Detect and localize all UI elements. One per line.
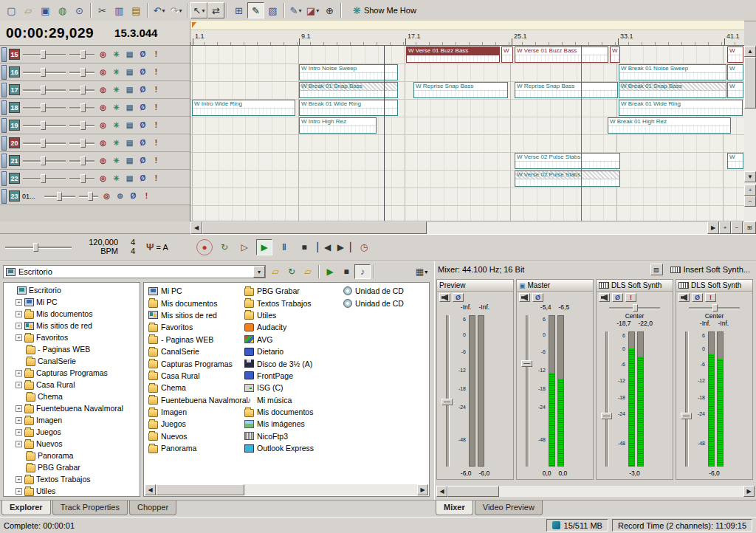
- tree-expander-icon[interactable]: +: [16, 405, 22, 412]
- file-item[interactable]: PBG Grabar: [244, 285, 314, 297]
- tree-item[interactable]: +Textos Trabajos: [5, 473, 138, 485]
- tree-expander-icon[interactable]: +: [16, 429, 22, 436]
- track-number-badge[interactable]: 18: [9, 102, 20, 113]
- go-to-start-button[interactable]: ▏◀: [316, 239, 332, 255]
- tree-item[interactable]: +Fuentebuena Navalmoral: [5, 402, 138, 414]
- track-fx-button[interactable]: ✳: [111, 50, 122, 58]
- strip-speaker-button[interactable]: [519, 293, 530, 302]
- tree-item[interactable]: +Nuevos: [5, 438, 138, 450]
- track-minimize-button[interactable]: [1, 47, 7, 62]
- tree-expander-icon[interactable]: +: [16, 323, 22, 329]
- strip-mute-button[interactable]: Ø: [453, 293, 464, 302]
- time-display[interactable]: 00:00:29,029: [6, 25, 94, 41]
- track-number-badge[interactable]: 22: [9, 173, 20, 184]
- fader-thumb[interactable]: [441, 399, 453, 405]
- file-item[interactable]: NicoFtp3: [244, 430, 314, 442]
- tree-item[interactable]: +Imagen: [5, 414, 138, 426]
- file-item[interactable]: Capturas Programas: [148, 357, 248, 369]
- horizontal-scroll-track[interactable]: [447, 486, 743, 497]
- track-solo-button[interactable]: !: [141, 192, 152, 200]
- file-item[interactable]: Mi PC: [148, 285, 248, 297]
- file-item[interactable]: CanalSerie: [148, 345, 248, 357]
- strip-speaker-button[interactable]: [439, 293, 450, 302]
- auto-preview-button[interactable]: ♪: [354, 264, 371, 279]
- clip-event[interactable]: W Verse 01 Buzz Bass: [515, 47, 608, 63]
- time-signature-top[interactable]: 4: [128, 238, 137, 247]
- clip-event[interactable]: W Reprise Snap Bass: [413, 82, 508, 98]
- slider-thumb[interactable]: [633, 304, 638, 312]
- fader-thumb[interactable]: [521, 360, 532, 367]
- track-pan-slider[interactable]: [69, 66, 95, 78]
- project-key[interactable]: Ψ = A: [146, 241, 168, 252]
- track-solo-button[interactable]: !: [151, 157, 162, 165]
- track-bus-button[interactable]: ▤: [124, 174, 135, 182]
- track-bus-button[interactable]: ▤: [124, 139, 135, 147]
- scroll-right-button[interactable]: ▶: [417, 484, 428, 495]
- tree-item[interactable]: - Paginas WEB: [5, 343, 138, 355]
- track-number-badge[interactable]: 17: [9, 84, 20, 95]
- slider-thumb[interactable]: [33, 243, 38, 252]
- stop-preview-button[interactable]: ■: [338, 264, 354, 279]
- file-item[interactable]: Unidad de CD: [343, 297, 404, 309]
- track-minimize-button[interactable]: [1, 171, 7, 186]
- clip-event[interactable]: W Intro High Rez: [299, 117, 377, 134]
- tree-item[interactable]: +Mi PC: [5, 296, 138, 308]
- track-fx-button[interactable]: ✳: [111, 86, 122, 94]
- zoom-tool-corner-button[interactable]: ⊞: [743, 221, 756, 234]
- track-mute-button[interactable]: Ø: [137, 50, 148, 58]
- slider-thumb[interactable]: [80, 157, 86, 165]
- track-fx-button[interactable]: ✳: [111, 157, 122, 165]
- track-minimize-button[interactable]: [1, 189, 7, 204]
- marker-flag-icon[interactable]: [192, 22, 201, 28]
- clip-event[interactable]: W Break 01 Snap Bass: [299, 82, 398, 98]
- timeline-horizontal-scrollbar[interactable]: ◀ ▶ + − ⊞: [190, 221, 756, 234]
- dropdown-arrow-icon[interactable]: ▾: [316, 7, 319, 14]
- slider-thumb[interactable]: [41, 86, 46, 94]
- tree-expander-icon[interactable]: +: [16, 382, 22, 388]
- fader-thumb[interactable]: [601, 413, 612, 419]
- track-solo-button[interactable]: !: [151, 68, 162, 76]
- scroll-up-button[interactable]: ▲: [744, 46, 756, 57]
- slider-thumb[interactable]: [712, 304, 718, 312]
- slider-thumb[interactable]: [41, 68, 46, 77]
- slider-thumb[interactable]: [80, 103, 86, 112]
- channel-fader[interactable]: [441, 314, 453, 468]
- combobox-dropdown-button[interactable]: ▾: [253, 266, 265, 278]
- track-bus-button[interactable]: ▤: [124, 121, 135, 129]
- track-pan-slider[interactable]: [69, 155, 95, 167]
- slider-thumb[interactable]: [80, 121, 86, 130]
- file-item[interactable]: - Paginas WEB: [148, 334, 248, 345]
- tree-expander-icon[interactable]: +: [16, 476, 22, 483]
- file-item[interactable]: FrontPage: [244, 370, 314, 382]
- track-number-badge[interactable]: 15: [9, 49, 20, 60]
- slider-thumb[interactable]: [41, 174, 46, 183]
- file-item[interactable]: Mis documentos: [244, 406, 314, 418]
- track-minimize-button[interactable]: [1, 65, 7, 80]
- loop-playback-button[interactable]: ↻: [216, 239, 233, 255]
- track-device-button[interactable]: ⊕: [114, 192, 126, 200]
- track-record-arm-button[interactable]: ◎: [97, 174, 109, 182]
- copy-button[interactable]: ▥: [111, 2, 128, 18]
- vertical-scroll-thumb[interactable]: [744, 57, 756, 109]
- fader-thumb[interactable]: [681, 413, 692, 419]
- publish-button[interactable]: ◍: [54, 2, 71, 18]
- file-item[interactable]: Fuentebuena Navalmoral: [148, 394, 248, 406]
- play-from-start-button[interactable]: ▷: [236, 239, 252, 255]
- track-fx-button[interactable]: ✳: [111, 174, 122, 182]
- clip-event[interactable]: W Break 01 Snap Bass: [619, 82, 726, 98]
- file-item[interactable]: Dietario: [244, 345, 314, 357]
- slider-thumb[interactable]: [41, 157, 46, 165]
- playback-cursor[interactable]: [384, 46, 385, 221]
- dropdown-arrow-icon[interactable]: ▾: [162, 7, 165, 14]
- track-volume-slider[interactable]: [22, 84, 66, 96]
- clip-event[interactable]: W Intro Wide Ring: [192, 100, 295, 116]
- file-item[interactable]: Chema: [148, 382, 248, 393]
- track-solo-button[interactable]: !: [151, 50, 162, 58]
- strip-mute-button[interactable]: Ø: [692, 293, 703, 302]
- track-minimize-button[interactable]: [1, 118, 7, 133]
- new-folder-button[interactable]: ▱: [300, 264, 316, 279]
- slider-thumb[interactable]: [80, 50, 86, 59]
- paste-button[interactable]: ▤: [128, 2, 145, 18]
- grid-tool-button[interactable]: ⊞: [230, 2, 247, 18]
- dropdown-arrow-icon[interactable]: ▾: [425, 269, 427, 275]
